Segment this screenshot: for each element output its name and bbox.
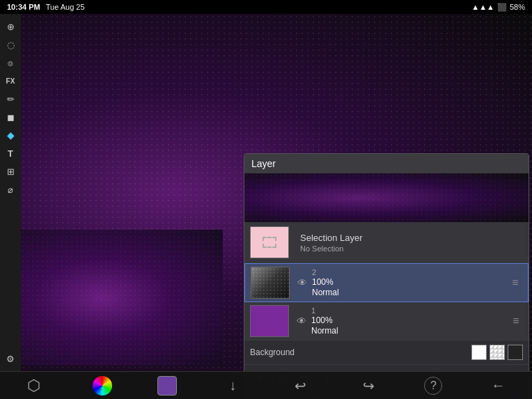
layer-2-opacity: 100% <box>312 277 508 287</box>
transform-tool[interactable]: ⊞ <box>2 163 19 180</box>
fx-tool[interactable]: FX <box>2 72 19 89</box>
eyedrop-tool[interactable]: ⌀ <box>2 181 19 198</box>
paint-tool[interactable]: ✏ <box>2 91 19 107</box>
bg-swatch-checkered[interactable] <box>490 345 505 360</box>
layer-1-opacity: 100% <box>311 315 509 325</box>
selection-layer-row: Selection Layer No Selection <box>244 222 529 263</box>
wifi-icon: ▲▲▲ <box>471 3 494 11</box>
layer-preview-area <box>244 173 529 222</box>
color-wheel-btn[interactable] <box>90 373 115 398</box>
undo-btn[interactable]: ↩ <box>288 373 313 398</box>
layer-2-thumb <box>251 267 290 299</box>
layer-2-number: 2 <box>312 268 508 276</box>
back-btn[interactable]: ← <box>485 373 510 398</box>
layer-panel-title: Layer <box>251 158 276 169</box>
status-time: 10:34 PM <box>7 3 40 11</box>
selection-layer-sub: No Selection <box>300 244 523 253</box>
battery-pct: 58% <box>510 3 525 11</box>
layer-1-thumb <box>250 305 289 337</box>
layer-1-visibility[interactable]: 👁 <box>295 314 308 328</box>
canvas-preview-inner <box>21 230 223 366</box>
selection-layer-name: Selection Layer <box>300 233 523 243</box>
layer-2-menu[interactable]: ≡ <box>508 272 522 293</box>
status-icons: ▲▲▲ ⬛ 58% <box>471 3 525 12</box>
help-btn[interactable]: ? <box>424 377 442 395</box>
layer-panel-header: Layer <box>244 154 529 173</box>
text-tool[interactable]: T <box>2 145 19 162</box>
move-tool[interactable]: ⊕ <box>2 18 19 35</box>
status-date: Tue Aug 25 <box>46 3 85 11</box>
canvas-preview <box>21 230 223 366</box>
layer-1-info: 1 100% Normal <box>311 306 509 336</box>
status-bar: 10:34 PM Tue Aug 25 ▲▲▲ ⬛ 58% <box>0 0 532 14</box>
brush-tool[interactable]: ◼ <box>2 109 19 125</box>
layer-1-mode: Normal <box>311 326 509 336</box>
background-row: Background <box>244 341 529 365</box>
selection-icon <box>263 237 276 248</box>
lasso-tool[interactable]: ⌾ <box>2 54 19 71</box>
settings-tool[interactable]: ⚙ <box>2 350 19 367</box>
battery-icon: ⬛ <box>497 3 507 12</box>
bg-swatch-white[interactable] <box>471 345 487 360</box>
layer-row-2[interactable]: 👁 2 100% Normal ≡ <box>244 263 529 302</box>
color-swatch-btn[interactable] <box>157 376 177 396</box>
layer-panel: Layer Selection Layer No Selection 👁 2 1… <box>244 153 529 399</box>
select-tool[interactable]: ◌ <box>2 36 19 53</box>
selection-layer-thumb <box>250 226 289 258</box>
fill-tool[interactable]: ◆ <box>2 127 19 143</box>
redo-btn[interactable]: ↪ <box>357 373 382 398</box>
left-toolbar: ⊕ ◌ ⌾ FX ✏ ◼ ◆ T ⊞ ⌀ ⚙ <box>0 14 21 371</box>
layer-1-menu[interactable]: ≡ <box>509 311 523 331</box>
layer-row-1[interactable]: 👁 1 100% Normal ≡ <box>244 302 529 341</box>
bottom-bar: ⬡ ↓ ↩ ↪ ? ← <box>0 371 532 399</box>
layer-1-number: 1 <box>311 306 509 315</box>
move-down-btn[interactable]: ↓ <box>220 373 245 398</box>
bg-swatch-black[interactable] <box>508 345 523 360</box>
selection-bottom-btn[interactable]: ⬡ <box>22 373 47 398</box>
layer-2-visibility[interactable]: 👁 <box>295 276 309 290</box>
layer-2-mode: Normal <box>312 288 508 297</box>
background-label: Background <box>250 347 471 357</box>
layer-2-info: 2 100% Normal <box>312 268 508 297</box>
